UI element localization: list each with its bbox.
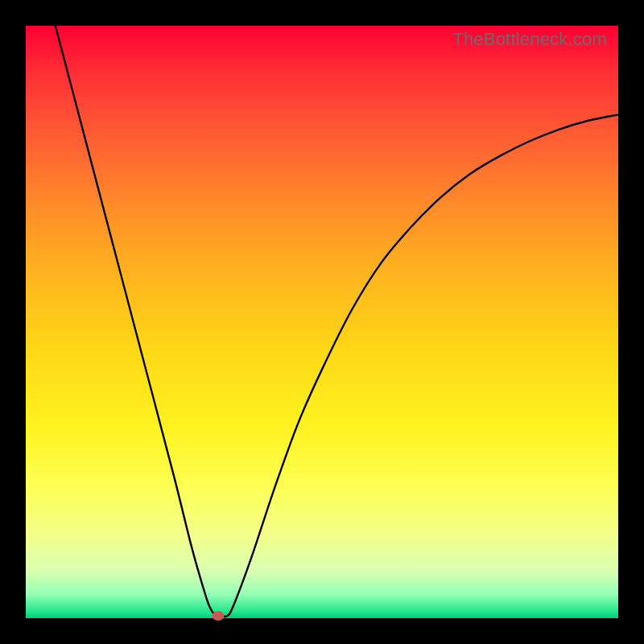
minimum-marker xyxy=(213,611,225,621)
chart-frame: TheBottleneck.com xyxy=(0,0,644,644)
curve-path xyxy=(56,26,618,617)
plot-area: TheBottleneck.com xyxy=(26,26,618,618)
bottleneck-curve xyxy=(26,26,618,618)
